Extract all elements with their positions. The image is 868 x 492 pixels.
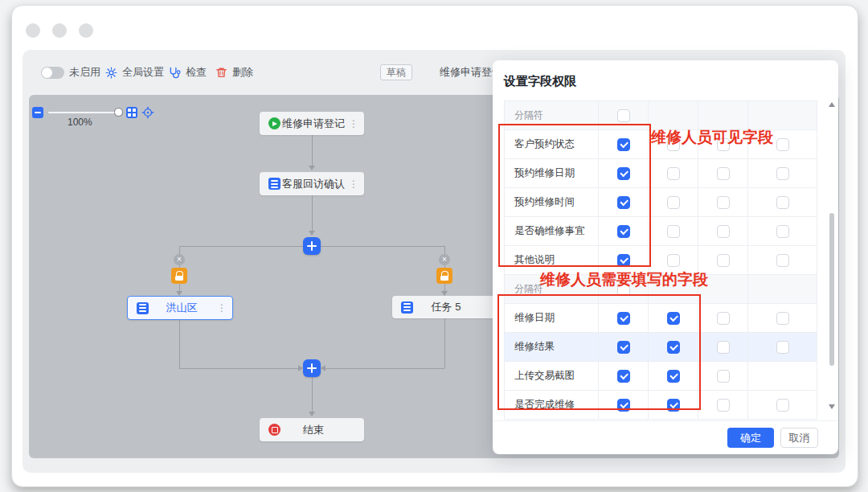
permission-cell (649, 217, 698, 245)
delete-button[interactable]: 删除 (215, 50, 253, 95)
permission-checkbox[interactable] (667, 399, 680, 412)
window-control-dot[interactable] (79, 23, 93, 38)
close-branch-icon[interactable]: × (439, 254, 450, 265)
permission-cell (748, 246, 817, 274)
lock-icon[interactable] (171, 268, 187, 284)
add-branch-button[interactable] (303, 237, 321, 255)
minus-icon (35, 112, 41, 113)
draft-badge: 草稿 (380, 50, 412, 95)
node-branch-left[interactable]: 洪山区 ⋮ (127, 296, 233, 320)
permission-row: 是否完成维修 (505, 391, 817, 420)
field-label: 上传交易截图 (505, 362, 599, 390)
node-menu-icon[interactable]: ⋮ (217, 303, 227, 313)
form-icon (137, 302, 149, 314)
permission-cell (698, 333, 748, 361)
footer-divider (493, 420, 838, 421)
permission-checkbox[interactable] (717, 370, 730, 383)
add-node-button[interactable] (303, 359, 321, 377)
permission-checkbox[interactable] (667, 167, 680, 180)
scroll-down-icon[interactable] (829, 404, 835, 409)
locate-icon[interactable] (141, 106, 154, 119)
permission-checkbox[interactable] (776, 399, 789, 412)
permission-checkbox[interactable] (667, 341, 680, 354)
permission-checkbox[interactable] (776, 254, 789, 267)
connector-line (312, 377, 313, 412)
node-menu-icon[interactable]: ⋮ (349, 119, 358, 129)
permission-checkbox[interactable] (717, 167, 730, 180)
permission-checkbox[interactable] (617, 254, 630, 267)
permission-checkbox[interactable] (667, 196, 680, 209)
form-icon (401, 301, 413, 314)
permission-checkbox[interactable] (776, 167, 789, 180)
zoom-slider-track[interactable] (48, 112, 119, 113)
global-settings-label: 全局设置 (122, 65, 164, 80)
permission-checkbox[interactable] (667, 225, 680, 238)
permission-cell (698, 304, 748, 332)
node-end[interactable]: 结束 (260, 418, 364, 441)
permission-checkbox[interactable] (717, 225, 730, 238)
cancel-button[interactable]: 取消 (780, 428, 818, 448)
permission-checkbox[interactable] (776, 225, 789, 238)
inspect-button[interactable]: 检查 (168, 50, 207, 95)
field-label: 维修日期 (505, 304, 599, 332)
permission-checkbox[interactable] (617, 225, 630, 238)
permission-checkbox[interactable] (776, 196, 789, 209)
permission-cell (748, 391, 817, 419)
global-settings-button[interactable]: 全局设置 (105, 50, 164, 95)
field-label: 分隔符 (505, 101, 599, 129)
start-icon (268, 117, 280, 129)
permission-checkbox[interactable] (617, 138, 630, 151)
permission-checkbox[interactable] (617, 341, 630, 354)
stethoscope-icon (168, 67, 181, 79)
permission-cell (649, 159, 698, 187)
enable-toggle[interactable] (41, 67, 64, 79)
permission-checkbox[interactable] (617, 312, 630, 325)
window-control-dot[interactable] (52, 23, 67, 38)
permission-checkbox[interactable] (667, 312, 680, 325)
permission-checkbox[interactable] (776, 341, 789, 354)
permission-cell (649, 391, 698, 419)
permission-checkbox[interactable] (717, 196, 730, 209)
close-branch-icon[interactable]: × (174, 254, 185, 265)
permission-checkbox[interactable] (667, 370, 680, 383)
permission-cell (599, 304, 649, 332)
permission-row: 维修日期 (505, 304, 817, 333)
permission-checkbox[interactable] (717, 341, 730, 354)
connector-line (326, 368, 444, 369)
zoom-slider-handle[interactable] (115, 109, 122, 116)
permission-checkbox[interactable] (717, 399, 730, 412)
permission-checkbox[interactable] (717, 312, 730, 325)
permission-checkbox[interactable] (717, 254, 730, 267)
permission-cell (748, 188, 817, 216)
node-branch-right[interactable]: 任务 5 (392, 296, 497, 318)
arrowhead (309, 231, 315, 236)
permission-cell (649, 333, 698, 361)
permission-cell (748, 333, 817, 361)
permission-checkbox[interactable] (776, 312, 789, 325)
permission-row: 上传交易截图 (505, 362, 817, 391)
zoom-in-button[interactable] (126, 107, 137, 118)
permission-checkbox[interactable] (617, 399, 630, 412)
scrollbar-thumb[interactable] (829, 213, 834, 366)
arrowhead (321, 365, 326, 371)
permission-checkbox[interactable] (617, 196, 630, 209)
node-confirm[interactable]: 客服回访确认 ⋮ (260, 172, 364, 195)
confirm-button[interactable]: 确定 (727, 428, 774, 448)
permission-checkbox[interactable] (617, 370, 630, 383)
zoom-out-button[interactable] (32, 107, 43, 118)
permission-cell (599, 333, 649, 361)
lock-icon[interactable] (436, 268, 452, 284)
scroll-up-icon[interactable] (829, 102, 835, 107)
permission-cell (698, 391, 748, 419)
window-control-dot[interactable] (26, 23, 40, 38)
permission-checkbox[interactable] (617, 167, 630, 180)
grid-icon (128, 109, 136, 117)
permission-checkbox[interactable] (776, 138, 789, 151)
enable-toggle-group: 未启用 (41, 50, 100, 95)
gear-icon (105, 67, 117, 79)
connector-line (312, 135, 313, 166)
node-start[interactable]: 维修申请登记 ⋮ (260, 112, 364, 135)
node-menu-icon[interactable]: ⋮ (349, 179, 358, 189)
permission-checkbox[interactable] (617, 109, 630, 122)
permission-checkbox[interactable] (667, 254, 680, 267)
